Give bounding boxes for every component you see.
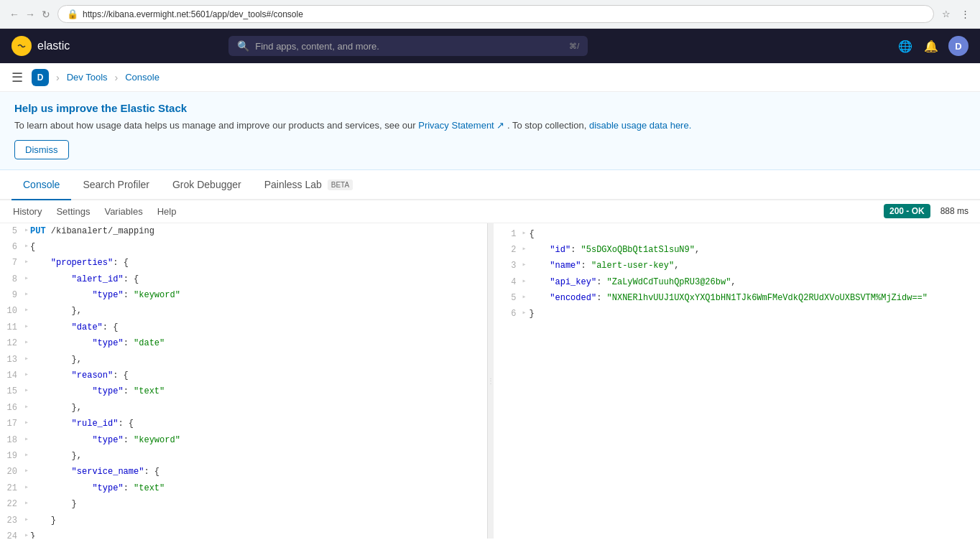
banner-title: Help us improve the Elastic Stack: [14, 102, 966, 114]
code-line-24: 24 ▸ }: [0, 528, 487, 539]
main-area: 5 ▸ PUT /kibanalert/_mapping 6 ▸ { 7 ▸ "…: [0, 223, 980, 539]
url-bar[interactable]: 🔒 https://kibana.evermight.net:5601/app/…: [57, 5, 934, 23]
banner-text-after: . To stop collection,: [507, 120, 589, 131]
code-line-21: 21 ▸ "type": "text": [0, 480, 487, 496]
beta-badge: BETA: [328, 180, 353, 190]
code-line-10: 10 ▸ },: [0, 303, 487, 319]
search-icon: 🔍: [237, 40, 249, 52]
code-line-6: 6 ▸ {: [0, 239, 487, 255]
history-btn[interactable]: History: [11, 203, 43, 220]
url-text: https://kibana.evermight.net:5601/app/de…: [83, 9, 925, 19]
code-line-11: 11 ▸ "date": {: [0, 320, 487, 335]
code-line-20: 20 ▸ "service_name": {: [0, 464, 487, 480]
response-line-4: 4 ▸ "api_key": "ZaLyWdCdTuuhQpRU3@26bw",: [494, 274, 981, 290]
response-time: 888 ms: [940, 206, 969, 216]
editor-panel[interactable]: 5 ▸ PUT /kibanalert/_mapping 6 ▸ { 7 ▸ "…: [0, 223, 488, 539]
elastic-header: elastic 🔍 Find apps, content, and more. …: [0, 29, 980, 63]
code-line-13: 13 ▸ },: [0, 352, 487, 368]
back-button[interactable]: ←: [9, 9, 20, 20]
global-search[interactable]: 🔍 Find apps, content, and more. ⌘/: [228, 36, 588, 56]
d-badge: D: [32, 69, 49, 86]
disable-link[interactable]: disable usage data here.: [589, 120, 691, 131]
search-placeholder: Find apps, content, and more.: [255, 41, 379, 52]
banner-text: To learn about how usage data helps us m…: [14, 118, 966, 133]
response-line-3: 3 ▸ "name": "alert-user-key",: [494, 258, 981, 274]
elastic-logo-text: elastic: [37, 39, 70, 52]
code-line-14: 14 ▸ "reason": {: [0, 368, 487, 383]
bell-icon[interactable]: 🔔: [923, 37, 940, 55]
status-badge: 200 - OK: [884, 204, 930, 218]
bookmark-icon[interactable]: ☆: [940, 8, 953, 21]
response-line-2: 2 ▸ "id": "5sDGXoQBbQt1atSlsuN9",: [494, 242, 981, 258]
toolbar-right: 200 - OK 888 ms: [884, 204, 969, 218]
panel-divider[interactable]: ⋮: [488, 223, 494, 539]
header-right: 🌐 🔔 D: [897, 36, 969, 56]
tab-console[interactable]: Console: [11, 170, 71, 200]
response-line-6: 6 ▸ }: [494, 306, 981, 322]
browser-chrome: ← → ↻ 🔒 https://kibana.evermight.net:560…: [0, 0, 980, 29]
code-line-12: 12 ▸ "type": "date": [0, 335, 487, 351]
response-line-5: 5 ▸ "encoded": "NXNERlhvUUJ1UXQxYXQ1bHN1…: [494, 290, 981, 306]
breadcrumb-console[interactable]: Console: [125, 72, 160, 83]
tab-search-profiler[interactable]: Search Profiler: [71, 170, 161, 200]
elastic-logo-icon: [11, 36, 32, 56]
code-line-18: 18 ▸ "type": "keyword": [0, 432, 487, 448]
info-banner: Help us improve the Elastic Stack To lea…: [0, 92, 980, 170]
tabs-bar: Console Search Profiler Grok Debugger Pa…: [0, 170, 980, 200]
tab-painless-lab[interactable]: Painless Lab BETA: [253, 170, 364, 200]
breadcrumb-devtools[interactable]: Dev Tools: [67, 72, 108, 83]
toolbar: History Settings Variables Help 200 - OK…: [0, 200, 980, 223]
hamburger-menu[interactable]: ☰: [11, 70, 23, 85]
user-avatar[interactable]: D: [948, 36, 969, 56]
code-line-8: 8 ▸ "alert_id": {: [0, 271, 487, 287]
privacy-link[interactable]: Privacy Statement ↗: [418, 120, 504, 131]
code-line-5: 5 ▸ PUT /kibanalert/_mapping: [0, 223, 487, 239]
forward-button[interactable]: →: [24, 9, 36, 20]
browser-nav: ← → ↻: [9, 9, 52, 20]
help-btn[interactable]: Help: [156, 203, 178, 220]
banner-text-before: To learn about how usage data helps us m…: [14, 120, 418, 131]
settings-btn[interactable]: Settings: [55, 203, 91, 220]
code-line-15: 15 ▸ "type": "text": [0, 383, 487, 399]
more-icon[interactable]: ⋮: [958, 8, 971, 21]
elastic-logo[interactable]: elastic: [11, 36, 70, 56]
dismiss-button[interactable]: Dismiss: [14, 140, 69, 159]
search-shortcut: ⌘/: [569, 42, 579, 51]
code-line-23: 23 ▸ }: [0, 513, 487, 528]
code-line-19: 19 ▸ },: [0, 448, 487, 464]
breadcrumb-sep-1: ›: [56, 72, 60, 83]
browser-actions: ☆ ⋮: [940, 8, 971, 21]
variables-btn[interactable]: Variables: [103, 203, 144, 220]
globe-icon[interactable]: 🌐: [897, 37, 914, 55]
top-nav: ☰ D › Dev Tools › Console: [0, 63, 980, 92]
code-line-7: 7 ▸ "properties": {: [0, 255, 487, 271]
response-panel: 1 ▸ { 2 ▸ "id": "5sDGXoQBbQt1atSlsuN9", …: [494, 223, 981, 539]
code-line-9: 9 ▸ "type": "keyword": [0, 287, 487, 303]
code-line-17: 17 ▸ "rule_id": {: [0, 416, 487, 432]
refresh-button[interactable]: ↻: [40, 9, 52, 20]
tab-grok-debugger[interactable]: Grok Debugger: [161, 170, 253, 200]
code-line-22: 22 ▸ }: [0, 496, 487, 512]
code-line-16: 16 ▸ },: [0, 400, 487, 416]
breadcrumb-sep-2: ›: [115, 72, 119, 83]
response-line-1: 1 ▸ {: [494, 226, 981, 242]
